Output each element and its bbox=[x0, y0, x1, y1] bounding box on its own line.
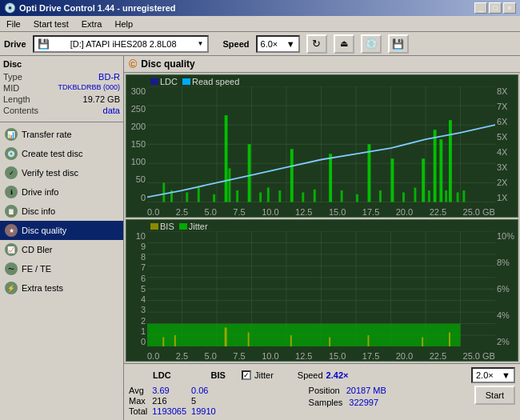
chart1-yr6x: 6X bbox=[497, 117, 516, 126]
chart1-svg bbox=[147, 86, 495, 202]
chart1-yr1x: 1X bbox=[497, 193, 516, 202]
sidebar-btn-verify[interactable]: ✓ Verify test disc bbox=[0, 163, 123, 182]
svg-rect-69 bbox=[174, 335, 176, 346]
chart1-y150: 150 bbox=[128, 139, 146, 149]
minimize-btn[interactable]: _ bbox=[474, 2, 487, 14]
legend-ldc: LDC bbox=[160, 77, 178, 86]
eject-btn[interactable]: ⏏ bbox=[334, 34, 354, 54]
drive-select[interactable]: 💾 [D:] ATAPI iHES208 2.8L08 ▼ bbox=[33, 35, 209, 53]
max-bis: 5 bbox=[191, 396, 221, 406]
title-bar: 💿 Opti Drive Control 1.44 - unregistered… bbox=[0, 0, 520, 16]
window-title: Opti Drive Control 1.44 - unregistered bbox=[19, 3, 176, 13]
chart2-x15: 15.0 bbox=[329, 351, 346, 361]
sidebar-btn-fe-te[interactable]: 〜 FE / TE bbox=[0, 259, 123, 278]
position-label: Position bbox=[309, 386, 340, 395]
close-btn[interactable]: × bbox=[503, 2, 516, 14]
disc-info-icon: 📋 bbox=[5, 205, 18, 218]
menu-start-test[interactable]: Start test bbox=[30, 18, 72, 30]
chart1-y200: 200 bbox=[128, 122, 146, 131]
svg-rect-27 bbox=[278, 190, 281, 202]
disc-length-key: Length bbox=[3, 94, 30, 104]
speed-stats-value: 2.42× bbox=[326, 370, 349, 380]
samples-label: Samples bbox=[309, 398, 343, 407]
menu-file[interactable]: File bbox=[3, 18, 24, 30]
save-btn[interactable]: 💾 bbox=[388, 34, 409, 54]
svg-rect-71 bbox=[248, 332, 250, 346]
chart1-x5: 5.0 bbox=[205, 207, 217, 217]
chart2-x25: 2.5 bbox=[176, 351, 188, 361]
right-stats: Position 20187 MB Samples 322997 bbox=[309, 386, 386, 407]
menu-help[interactable]: Help bbox=[111, 18, 136, 30]
chart2-x20: 20.0 bbox=[396, 351, 413, 361]
transfer-icon: 📊 bbox=[5, 128, 18, 141]
disc-btn[interactable]: 💿 bbox=[361, 34, 382, 54]
disc-mid-key: MID bbox=[3, 83, 19, 93]
drive-value: [D:] ATAPI iHES208 2.8L08 bbox=[70, 39, 177, 49]
sidebar-btn-disc-quality[interactable]: ★ Disc quality bbox=[0, 221, 123, 240]
sidebar-btn-transfer[interactable]: 📊 Transfer rate bbox=[0, 125, 123, 144]
legend-bis: BIS bbox=[160, 222, 174, 231]
cd-bler-icon: 📈 bbox=[5, 243, 18, 256]
jitter-checkbox[interactable]: ✓ bbox=[242, 370, 251, 380]
svg-rect-37 bbox=[402, 192, 405, 202]
sidebar-btn-create[interactable]: 💿 Create test disc bbox=[0, 144, 123, 163]
chart2-container: BIS Jitter bbox=[126, 219, 518, 362]
menu-bar: File Start test Extra Help bbox=[0, 16, 520, 32]
chart1-x225: 22.5 bbox=[430, 207, 446, 217]
chart1-y100: 100 bbox=[128, 157, 146, 166]
chart2-yr8: 8% bbox=[497, 258, 516, 267]
chart1-x75: 7.5 bbox=[233, 207, 245, 217]
chart2-y0: 0 bbox=[128, 337, 146, 346]
legend-read-speed: Read speed bbox=[192, 77, 239, 86]
bis-col-header: BIS bbox=[211, 370, 226, 380]
svg-rect-30 bbox=[314, 190, 316, 202]
sidebar-btn-disc-info[interactable]: 📋 Disc info bbox=[0, 202, 123, 221]
svg-rect-72 bbox=[290, 335, 292, 346]
refresh-btn[interactable]: ↻ bbox=[306, 34, 327, 54]
maximize-btn[interactable]: □ bbox=[489, 2, 502, 14]
svg-rect-39 bbox=[422, 158, 425, 202]
sidebar-btn-extra[interactable]: ⚡ Extra tests bbox=[0, 278, 123, 298]
ldc-col-header: LDC bbox=[153, 370, 171, 380]
chart2-yr10: 10% bbox=[497, 231, 516, 241]
chart2-x0: 0.0 bbox=[147, 351, 159, 361]
svg-rect-20 bbox=[213, 194, 215, 202]
chart2-y7: 7 bbox=[128, 262, 146, 272]
svg-rect-41 bbox=[434, 130, 437, 202]
chart1-x15: 15.0 bbox=[329, 207, 346, 217]
right-panel: © Disc quality LDC Read speed bbox=[124, 56, 520, 420]
total-label: Total bbox=[129, 406, 152, 417]
sidebar-btn-cd-bler[interactable]: 📈 CD Bler bbox=[0, 240, 123, 259]
sidebar-btn-drive-info[interactable]: ℹ Drive info bbox=[0, 182, 123, 202]
svg-rect-36 bbox=[391, 158, 394, 202]
start-button[interactable]: Start bbox=[474, 386, 515, 405]
position-value: 20187 MB bbox=[346, 386, 386, 395]
speed-select-bottom[interactable]: 2.0× ▼ bbox=[471, 367, 515, 383]
left-stats: Avg 3.69 0.06 Max 216 5 Total 1193065 bbox=[129, 386, 221, 417]
avg-bis: 0.06 bbox=[191, 386, 221, 396]
chart2-y3: 3 bbox=[128, 305, 146, 314]
speed-select[interactable]: 6.0× ▼ bbox=[256, 35, 300, 53]
svg-rect-25 bbox=[259, 192, 262, 202]
verify-icon: ✓ bbox=[5, 166, 18, 179]
chart2-x10: 10.0 bbox=[262, 351, 278, 361]
menu-extra[interactable]: Extra bbox=[78, 18, 106, 30]
dq-icon: © bbox=[129, 58, 137, 70]
samples-value: 322997 bbox=[349, 398, 378, 407]
chart2-x75: 7.5 bbox=[233, 351, 245, 361]
disc-type-value: BD-R bbox=[98, 72, 120, 82]
svg-rect-40 bbox=[428, 190, 430, 202]
svg-rect-29 bbox=[302, 192, 304, 202]
chevron-down-icon-speed: ▼ bbox=[286, 39, 295, 49]
chart1-y300: 300 bbox=[128, 86, 146, 96]
disc-mid-value: TDKBLDRBB (000) bbox=[58, 83, 120, 93]
avg-ldc: 3.69 bbox=[152, 386, 191, 396]
svg-rect-18 bbox=[186, 192, 188, 202]
svg-rect-46 bbox=[462, 190, 465, 202]
svg-rect-19 bbox=[198, 187, 200, 202]
svg-rect-73 bbox=[329, 337, 330, 346]
drive-icon: 💾 bbox=[38, 38, 50, 50]
speed-value: 6.0× bbox=[261, 39, 278, 49]
chart1-yr4x: 4X bbox=[497, 147, 516, 157]
chart2-y8: 8 bbox=[128, 252, 146, 262]
